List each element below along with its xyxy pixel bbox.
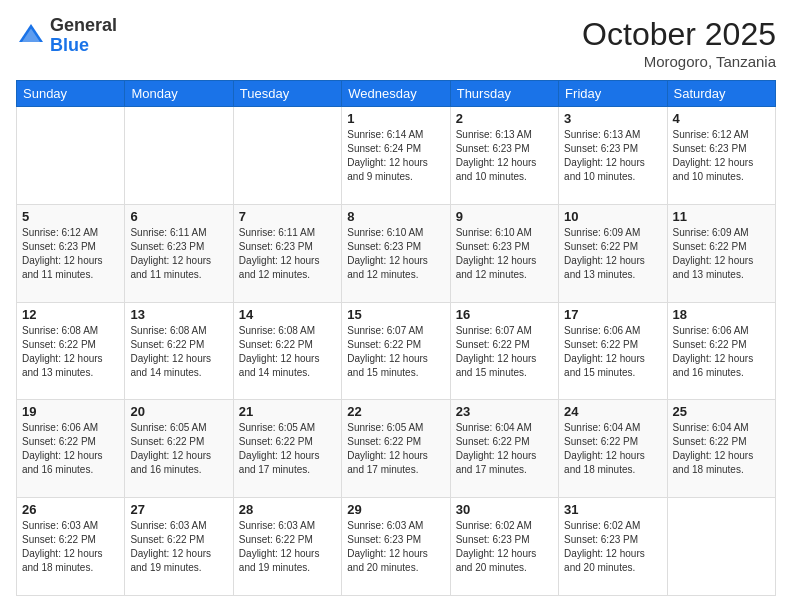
- day-info: Sunrise: 6:06 AMSunset: 6:22 PMDaylight:…: [22, 421, 119, 477]
- col-tuesday: Tuesday: [233, 81, 341, 107]
- calendar-week-row: 12Sunrise: 6:08 AMSunset: 6:22 PMDayligh…: [17, 302, 776, 400]
- col-saturday: Saturday: [667, 81, 775, 107]
- day-info: Sunrise: 6:04 AMSunset: 6:22 PMDaylight:…: [456, 421, 553, 477]
- table-row: 22Sunrise: 6:05 AMSunset: 6:22 PMDayligh…: [342, 400, 450, 498]
- day-number: 1: [347, 111, 444, 126]
- table-row: 31Sunrise: 6:02 AMSunset: 6:23 PMDayligh…: [559, 498, 667, 596]
- table-row: 18Sunrise: 6:06 AMSunset: 6:22 PMDayligh…: [667, 302, 775, 400]
- day-info: Sunrise: 6:02 AMSunset: 6:23 PMDaylight:…: [564, 519, 661, 575]
- calendar-week-row: 5Sunrise: 6:12 AMSunset: 6:23 PMDaylight…: [17, 204, 776, 302]
- day-info: Sunrise: 6:08 AMSunset: 6:22 PMDaylight:…: [130, 324, 227, 380]
- day-info: Sunrise: 6:07 AMSunset: 6:22 PMDaylight:…: [347, 324, 444, 380]
- day-info: Sunrise: 6:03 AMSunset: 6:23 PMDaylight:…: [347, 519, 444, 575]
- table-row: 15Sunrise: 6:07 AMSunset: 6:22 PMDayligh…: [342, 302, 450, 400]
- table-row: 1Sunrise: 6:14 AMSunset: 6:24 PMDaylight…: [342, 107, 450, 205]
- day-info: Sunrise: 6:11 AMSunset: 6:23 PMDaylight:…: [239, 226, 336, 282]
- day-number: 31: [564, 502, 661, 517]
- day-info: Sunrise: 6:08 AMSunset: 6:22 PMDaylight:…: [239, 324, 336, 380]
- table-row: 7Sunrise: 6:11 AMSunset: 6:23 PMDaylight…: [233, 204, 341, 302]
- table-row: 3Sunrise: 6:13 AMSunset: 6:23 PMDaylight…: [559, 107, 667, 205]
- day-number: 3: [564, 111, 661, 126]
- table-row: [233, 107, 341, 205]
- day-number: 30: [456, 502, 553, 517]
- col-friday: Friday: [559, 81, 667, 107]
- day-number: 11: [673, 209, 770, 224]
- day-info: Sunrise: 6:04 AMSunset: 6:22 PMDaylight:…: [673, 421, 770, 477]
- month-title: October 2025: [582, 16, 776, 53]
- day-number: 20: [130, 404, 227, 419]
- day-number: 10: [564, 209, 661, 224]
- table-row: 4Sunrise: 6:12 AMSunset: 6:23 PMDaylight…: [667, 107, 775, 205]
- day-info: Sunrise: 6:12 AMSunset: 6:23 PMDaylight:…: [673, 128, 770, 184]
- day-number: 6: [130, 209, 227, 224]
- calendar-week-row: 26Sunrise: 6:03 AMSunset: 6:22 PMDayligh…: [17, 498, 776, 596]
- day-info: Sunrise: 6:05 AMSunset: 6:22 PMDaylight:…: [239, 421, 336, 477]
- table-row: 24Sunrise: 6:04 AMSunset: 6:22 PMDayligh…: [559, 400, 667, 498]
- day-info: Sunrise: 6:13 AMSunset: 6:23 PMDaylight:…: [456, 128, 553, 184]
- day-info: Sunrise: 6:03 AMSunset: 6:22 PMDaylight:…: [130, 519, 227, 575]
- day-number: 28: [239, 502, 336, 517]
- day-info: Sunrise: 6:03 AMSunset: 6:22 PMDaylight:…: [239, 519, 336, 575]
- page: General Blue October 2025 Morogoro, Tanz…: [0, 0, 792, 612]
- day-info: Sunrise: 6:06 AMSunset: 6:22 PMDaylight:…: [673, 324, 770, 380]
- table-row: 2Sunrise: 6:13 AMSunset: 6:23 PMDaylight…: [450, 107, 558, 205]
- day-number: 21: [239, 404, 336, 419]
- calendar-week-row: 19Sunrise: 6:06 AMSunset: 6:22 PMDayligh…: [17, 400, 776, 498]
- table-row: 26Sunrise: 6:03 AMSunset: 6:22 PMDayligh…: [17, 498, 125, 596]
- day-info: Sunrise: 6:14 AMSunset: 6:24 PMDaylight:…: [347, 128, 444, 184]
- day-number: 15: [347, 307, 444, 322]
- logo-text: General Blue: [50, 16, 117, 56]
- table-row: 27Sunrise: 6:03 AMSunset: 6:22 PMDayligh…: [125, 498, 233, 596]
- table-row: 29Sunrise: 6:03 AMSunset: 6:23 PMDayligh…: [342, 498, 450, 596]
- location-subtitle: Morogoro, Tanzania: [582, 53, 776, 70]
- day-number: 2: [456, 111, 553, 126]
- table-row: 11Sunrise: 6:09 AMSunset: 6:22 PMDayligh…: [667, 204, 775, 302]
- table-row: 30Sunrise: 6:02 AMSunset: 6:23 PMDayligh…: [450, 498, 558, 596]
- day-info: Sunrise: 6:06 AMSunset: 6:22 PMDaylight:…: [564, 324, 661, 380]
- title-block: October 2025 Morogoro, Tanzania: [582, 16, 776, 70]
- day-info: Sunrise: 6:04 AMSunset: 6:22 PMDaylight:…: [564, 421, 661, 477]
- day-number: 18: [673, 307, 770, 322]
- logo: General Blue: [16, 16, 117, 56]
- calendar-header-row: Sunday Monday Tuesday Wednesday Thursday…: [17, 81, 776, 107]
- day-number: 23: [456, 404, 553, 419]
- day-info: Sunrise: 6:07 AMSunset: 6:22 PMDaylight:…: [456, 324, 553, 380]
- day-info: Sunrise: 6:11 AMSunset: 6:23 PMDaylight:…: [130, 226, 227, 282]
- table-row: 21Sunrise: 6:05 AMSunset: 6:22 PMDayligh…: [233, 400, 341, 498]
- day-number: 14: [239, 307, 336, 322]
- table-row: [667, 498, 775, 596]
- day-info: Sunrise: 6:09 AMSunset: 6:22 PMDaylight:…: [673, 226, 770, 282]
- table-row: 5Sunrise: 6:12 AMSunset: 6:23 PMDaylight…: [17, 204, 125, 302]
- day-number: 19: [22, 404, 119, 419]
- table-row: 13Sunrise: 6:08 AMSunset: 6:22 PMDayligh…: [125, 302, 233, 400]
- table-row: 25Sunrise: 6:04 AMSunset: 6:22 PMDayligh…: [667, 400, 775, 498]
- table-row: 16Sunrise: 6:07 AMSunset: 6:22 PMDayligh…: [450, 302, 558, 400]
- day-info: Sunrise: 6:05 AMSunset: 6:22 PMDaylight:…: [130, 421, 227, 477]
- table-row: 10Sunrise: 6:09 AMSunset: 6:22 PMDayligh…: [559, 204, 667, 302]
- col-thursday: Thursday: [450, 81, 558, 107]
- day-number: 16: [456, 307, 553, 322]
- day-number: 13: [130, 307, 227, 322]
- table-row: 8Sunrise: 6:10 AMSunset: 6:23 PMDaylight…: [342, 204, 450, 302]
- day-info: Sunrise: 6:02 AMSunset: 6:23 PMDaylight:…: [456, 519, 553, 575]
- col-sunday: Sunday: [17, 81, 125, 107]
- day-info: Sunrise: 6:08 AMSunset: 6:22 PMDaylight:…: [22, 324, 119, 380]
- table-row: 23Sunrise: 6:04 AMSunset: 6:22 PMDayligh…: [450, 400, 558, 498]
- calendar-table: Sunday Monday Tuesday Wednesday Thursday…: [16, 80, 776, 596]
- table-row: 6Sunrise: 6:11 AMSunset: 6:23 PMDaylight…: [125, 204, 233, 302]
- day-number: 8: [347, 209, 444, 224]
- day-info: Sunrise: 6:13 AMSunset: 6:23 PMDaylight:…: [564, 128, 661, 184]
- day-info: Sunrise: 6:03 AMSunset: 6:22 PMDaylight:…: [22, 519, 119, 575]
- day-number: 12: [22, 307, 119, 322]
- col-wednesday: Wednesday: [342, 81, 450, 107]
- day-info: Sunrise: 6:12 AMSunset: 6:23 PMDaylight:…: [22, 226, 119, 282]
- day-number: 5: [22, 209, 119, 224]
- day-number: 29: [347, 502, 444, 517]
- table-row: [17, 107, 125, 205]
- day-number: 7: [239, 209, 336, 224]
- table-row: 19Sunrise: 6:06 AMSunset: 6:22 PMDayligh…: [17, 400, 125, 498]
- day-number: 22: [347, 404, 444, 419]
- day-info: Sunrise: 6:10 AMSunset: 6:23 PMDaylight:…: [456, 226, 553, 282]
- day-number: 17: [564, 307, 661, 322]
- day-number: 4: [673, 111, 770, 126]
